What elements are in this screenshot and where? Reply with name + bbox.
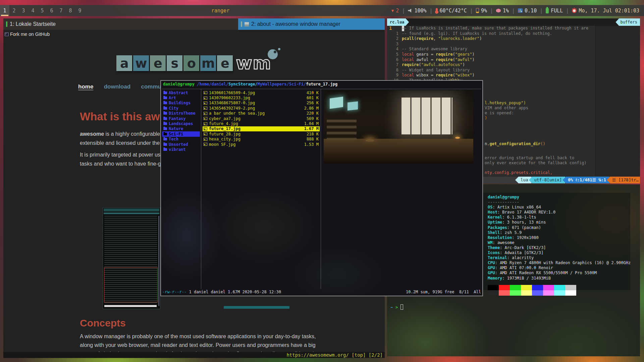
dir-row-Abstract[interactable]: Abstract [162,90,200,95]
tab-label: 2: about - awesome window manager [251,21,340,27]
cpu-value: 1% [503,8,509,14]
file-row[interactable]: cyber_aa7.jpg569 K [203,116,320,121]
workspace-tag-4[interactable]: 4 [28,5,38,16]
nav-item-download[interactable]: download [104,83,130,90]
fork-me-label: Fork me on GitHub [10,32,50,37]
vim-tab-rc-lua[interactable]: rc.lua [387,18,409,26]
workspace-tag-1[interactable]: 1 [0,5,9,16]
ranger-window: daniel@grumpy /home/daniel/SyncStorage/M… [160,80,483,296]
file-row[interactable]: moon SF.jpg1.53 M [203,142,320,147]
dir-row-Unsorted[interactable]: Unsorted [162,142,200,147]
temperature-icon [436,8,438,13]
neofetch-label: Uptime [488,220,502,225]
neofetch-label: Kernel [488,215,502,220]
preview-desk [324,139,473,164]
ranger-user-host: daniel@grumpy [163,82,197,86]
terminal-cursor [400,304,403,310]
dir-row-Tech[interactable]: Tech [162,137,200,142]
palette-swatch [543,290,554,296]
neofetch-value: : Artix Linux x86_64 [492,205,541,209]
folder-icon [163,107,167,110]
thumb-titlebar [104,208,159,212]
statusline-flags: ☰ [178]tr… [607,177,640,183]
widget-separator: | [430,8,433,14]
statusline-encoding: utf-8[unix] [529,177,566,183]
workspace-tag-6[interactable]: 6 [47,5,56,16]
workspace-tag-9[interactable]: 9 [75,5,85,16]
neofetch-label: Theme [488,245,500,250]
folder-icon [163,112,167,115]
folder-icon [163,97,167,99]
intro-text: is a highly configurable, [104,131,162,137]
file-row[interactable]: future_17.jpg1.67 M [203,126,320,131]
clock-widget: Mo, 17. Jul 02:01:03 [572,8,639,14]
vim-code-fragment: only ever execute for the fallback confi… [485,161,586,166]
logo-tile-a: a [116,55,132,71]
dir-row-Sci-Fi[interactable]: Sci-Fi [162,131,200,136]
line-number: 6 [387,57,402,63]
ranger-path-part: /home/daniel/ [197,82,228,86]
workspace-tag-5[interactable]: 5 [38,5,47,16]
palette-row-2 [488,290,576,296]
thumb-header [104,213,159,214]
dir-row-Landscapes[interactable]: Landscapes [162,121,200,126]
file-row[interactable]: hexa_city.jpg888 K [203,137,320,142]
dir-row-DistroTheme[interactable]: DistroTheme [162,111,200,116]
palette-swatch [510,285,521,290]
neofetch-label: CPU [488,260,495,265]
neofetch-row: OS: Artix Linux x86_64 [488,205,631,210]
browser-tab-2[interactable]: 2: about - awesome window manager [238,18,385,30]
file-row[interactable]: 1430790602233.jpg601 K [203,95,320,100]
logo-tile-s: s [167,55,182,71]
browser-tab-1[interactable]: 1: Lokale Startseite [3,18,238,30]
dir-row-vibrant[interactable]: vibrant [162,147,200,152]
workspace-tag-7[interactable]: 7 [56,5,66,16]
palette-swatch [565,290,576,296]
palette-swatch [510,290,521,296]
neofetch-row: Icons: Adwaita [GTK2/3] [488,250,631,255]
file-row[interactable]: future_4.jpg1.04 M [203,121,320,126]
dir-row-Fantasy[interactable]: Fantasy [162,116,200,121]
url-display: https://awesomewm.org/ [top] [2/2] [286,352,383,358]
palette-row-1 [488,285,576,290]
line-number: 4 [387,47,402,52]
code-segment: ) [472,57,475,63]
workspace-tag-8[interactable]: 8 [66,5,75,16]
file-row[interactable]: 1430601766509-4.jpg410 K [203,90,320,95]
dir-row-Nature[interactable]: Nature [162,126,200,131]
file-row[interactable]: a bar under the sea.jpg220 K [203,111,320,116]
dir-name: Tech [169,137,178,141]
file-size: 569 K [307,116,319,121]
statusline-position: 0% ℓ:1/481☰ ℅:1 [562,177,609,183]
vim-buffers-button[interactable]: buffers [615,18,640,26]
code-segment: - If LuaRocks is installed, make sure th… [404,26,588,31]
load-widget: 0.10 [518,8,537,14]
image-file-icon [204,143,207,146]
dir-name: Unsorted [169,142,188,147]
image-file-icon [204,138,207,141]
file-row[interactable]: 1436546392749-2.png2.86 M [203,106,320,111]
workspace-tag-2[interactable]: 2 [9,5,19,16]
code-segment: ( [453,57,455,63]
thumb-scrollbar [158,216,159,306]
intro-paragraph-line2: extensible and licensed under the G [80,140,165,146]
code-segment: ) [485,116,487,120]
palette-swatch [565,285,576,290]
shell-prompt[interactable]: ~ > [390,304,403,310]
dir-row-Buildings[interactable]: Buildings [162,101,200,106]
file-row[interactable]: 1433468675807-0.jpg256 K [203,101,320,106]
directory-summary: 10.2M sum, 919G free 8/11 All [406,290,481,295]
file-row[interactable]: future_28.jpg218 K [203,131,320,136]
vim-tabline: rc.lua buffers [387,18,640,26]
neofetch-row: Terminal: alacritty [488,255,631,260]
neofetch-value: : 644x362 [512,235,538,240]
dir-row-Art[interactable]: Art [162,95,200,100]
neofetch-value: : 3 hours, 13 mins [502,220,546,225]
fork-me-link[interactable]: Fork me on GitHub [5,32,50,37]
temperature-widget: 60°C/42°C [436,8,467,14]
dir-row-City[interactable]: City [162,106,200,111]
workspace-tag-3[interactable]: 3 [19,5,28,16]
file-name: 1430601766509-4.jpg [209,90,305,95]
nav-item-home[interactable]: home [78,83,93,90]
palette-swatch [499,290,510,296]
